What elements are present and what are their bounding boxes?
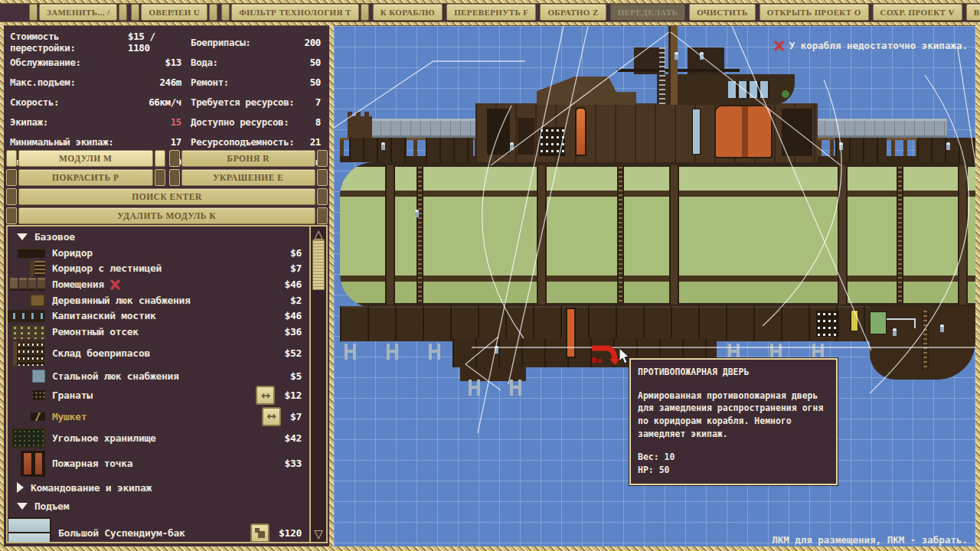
decals-right-cap[interactable]: [317, 169, 328, 186]
ship-envelope: [340, 162, 975, 308]
stat-value: 7: [315, 96, 321, 108]
stat-value: $13: [165, 57, 181, 68]
list-item-wooden-hatch[interactable]: Деревянный люк снабжения$2: [8, 292, 309, 308]
item-label: Ремонтный отсек: [52, 326, 139, 337]
bottle-shelves: [539, 127, 565, 156]
stat-value: 50: [310, 77, 321, 88]
canvas-left-frame: [329, 24, 334, 551]
steel-hatch-icon: [32, 370, 45, 383]
stat-value: 17: [171, 136, 181, 148]
module-tooltip: ПРОТИВОПОЖАРНАЯ ДВЕРЬ Армированная проти…: [629, 358, 838, 485]
stat-label: Ремонт:: [191, 77, 229, 88]
search-right-cap[interactable]: [317, 188, 328, 205]
item-label: Большой Суспендиум-бак: [58, 527, 185, 539]
undo-button[interactable]: Обратно Z: [540, 4, 606, 21]
overlays-button[interactable]: Оверлеи U: [141, 4, 207, 21]
list-item-fire-point[interactable]: Пожарная точка$33: [8, 449, 309, 478]
keel-ladder: [922, 311, 929, 370]
list-item-grenades[interactable]: Гранаты$12: [8, 385, 309, 406]
list-item-corridor[interactable]: Коридор$6: [8, 245, 309, 260]
mouse-cursor: [619, 347, 631, 364]
save-project-button[interactable]: Сохр. проект V: [873, 4, 962, 21]
replace-button[interactable]: Заменить... /: [39, 4, 117, 21]
delete-left-cap[interactable]: [6, 207, 17, 224]
modules-tab-button[interactable]: Модули М: [18, 150, 153, 167]
list-item-musket[interactable]: Мушкет$7: [8, 406, 309, 427]
fire-point-icon: [21, 451, 45, 477]
shipyard-canvas[interactable]: ПРОТИВОПОЖАРНАЯ ДВЕРЬ Армированная проти…: [334, 26, 975, 546]
stat-value-crew-shortage: 15: [171, 116, 181, 128]
item-price: $12: [284, 390, 302, 401]
swap-direction-button[interactable]: [262, 407, 281, 426]
armor-right-cap[interactable]: [317, 150, 328, 167]
delete-module-button[interactable]: Удалить модуль K: [18, 207, 315, 224]
mooring-post: [345, 344, 356, 360]
wooden-hatch-icon: [30, 294, 45, 307]
scroll-down-icon[interactable]: ▽: [312, 527, 325, 542]
list-item-steel-hatch[interactable]: Стальной люк снабжения$5: [8, 367, 309, 385]
tech-filter-button[interactable]: Фильтр технология T: [231, 4, 359, 21]
replace-right-toggle[interactable]: [119, 4, 127, 21]
paint-right-cap[interactable]: [155, 169, 165, 186]
list-item-coal-store[interactable]: Угольное хранилище$42: [8, 427, 309, 449]
clear-button[interactable]: Очистить: [689, 4, 756, 21]
item-label: Гранаты: [52, 390, 93, 401]
search-left-cap[interactable]: [6, 188, 17, 205]
tech-filter-left-toggle[interactable]: [221, 4, 230, 21]
scrollbar-thumb[interactable]: [312, 240, 325, 290]
item-label: Склад боеприпасов: [52, 347, 150, 359]
grenades-icon: [33, 390, 45, 400]
decals-tab-button[interactable]: Украшение E: [181, 169, 316, 186]
overlays-right-toggle[interactable]: [209, 4, 217, 21]
swap-direction-button[interactable]: [256, 386, 275, 405]
resize-module-button[interactable]: [250, 523, 270, 543]
paint-left-cap[interactable]: [6, 169, 17, 186]
modules-right-cap[interactable]: [155, 150, 165, 167]
list-item-captains-bridge[interactable]: Капитанский мостик$46: [8, 308, 309, 324]
corridor-icon: [18, 248, 45, 258]
category-lift[interactable]: Подъем: [8, 497, 309, 515]
item-label: Стальной люк снабжения: [52, 370, 179, 382]
list-item-rooms[interactable]: Помещения$46: [8, 276, 309, 292]
bridge-structure: [657, 74, 795, 105]
list-item-repair-bay[interactable]: Ремонтный отсек$36: [8, 324, 309, 340]
mooring-post: [469, 380, 480, 396]
stat-value: 66км/ч: [149, 96, 181, 108]
left-tower-crenellation: [348, 112, 372, 117]
top-frame-trim: [0, 0, 980, 4]
list-item-ammo-store[interactable]: Склад боеприпасов$52: [8, 340, 309, 367]
item-price: $33: [284, 458, 309, 469]
exit-button[interactable]: Выйти L: [966, 4, 980, 21]
mooring-post: [812, 344, 824, 360]
mooring-post: [770, 344, 782, 360]
envelope-ladder: [416, 167, 423, 303]
overlays-left-toggle[interactable]: [131, 4, 139, 21]
search-button[interactable]: Поиск ENTER: [18, 188, 315, 205]
build-sidebar: Стоимость перестройки:$15 / 1180 Обслужи…: [4, 26, 329, 546]
list-item-ladder-corridor[interactable]: Коридор с лестницей$7: [8, 260, 309, 276]
chevron-right-icon: [17, 482, 24, 493]
delete-right-cap[interactable]: [317, 207, 328, 224]
category-command-crew[interactable]: Командование и экипаж: [8, 478, 309, 497]
list-scrollbar[interactable]: △ ▽: [309, 227, 326, 542]
armor-left-cap[interactable]: [169, 150, 180, 167]
modules-left-cap[interactable]: [6, 150, 17, 167]
overlays-button-group: Оверлеи U: [131, 4, 217, 21]
armor-tab-button[interactable]: Броня R: [181, 150, 316, 167]
paint-tab-button[interactable]: Покрасить P: [18, 169, 153, 186]
stat-label: Обслуживание:: [10, 57, 81, 68]
open-project-button[interactable]: Открыть проект O: [760, 4, 869, 21]
crew-warning-icon: [773, 41, 785, 51]
flip-button[interactable]: Перевернуть F: [446, 4, 536, 21]
list-item-suspendium-tank[interactable]: Большой Суспендиум-бак$120: [8, 515, 309, 542]
stat-value: 50: [310, 57, 321, 68]
replace-left-toggle[interactable]: [29, 4, 38, 21]
category-label: Командование и экипаж: [31, 482, 152, 494]
tooltip-weight: Вес: 10: [638, 451, 829, 464]
category-basic[interactable]: Базовое: [8, 228, 309, 245]
stat-label: Вода:: [191, 57, 218, 68]
tech-filter-right-toggle[interactable]: [361, 4, 369, 21]
to-ship-button[interactable]: К кораблю: [373, 4, 443, 21]
envelope-beam: [537, 165, 547, 305]
decals-left-cap[interactable]: [169, 169, 180, 186]
